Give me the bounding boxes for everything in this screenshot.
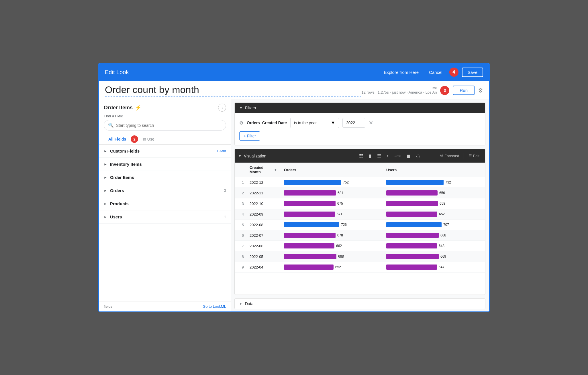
- td-month: 2022-05: [246, 251, 281, 262]
- field-group-users-header[interactable]: ► Users 1: [99, 210, 231, 223]
- divider: [435, 153, 435, 159]
- group-name: Products: [110, 201, 226, 206]
- viz-bar-icon[interactable]: ▮: [366, 152, 374, 160]
- filter-label-bold: Created Date: [262, 121, 287, 125]
- field-groups: ► Custom Fields + Add ► Inventory Items …: [99, 145, 231, 301]
- filters-collapse-icon[interactable]: ▼: [239, 106, 243, 110]
- meta-text: 12 rows · 1.275s · just now · America - …: [361, 90, 437, 94]
- users-count: 1: [224, 215, 226, 219]
- field-group-custom-fields: ► Custom Fields + Add: [99, 145, 231, 158]
- expand-icon: ►: [104, 149, 107, 153]
- field-group-custom-fields-header[interactable]: ► Custom Fields + Add: [99, 145, 231, 157]
- viz-scatter-icon[interactable]: ⦁: [385, 152, 391, 160]
- data-table: Created Month ▼ Orders Users 1: [235, 163, 485, 295]
- footer-fields-text: fields: [104, 304, 112, 309]
- td-row-num: 9: [235, 262, 246, 272]
- field-group-order-items-header[interactable]: ► Order Items: [99, 171, 231, 184]
- add-filter-button[interactable]: + Filter: [239, 131, 260, 141]
- save-button[interactable]: Save: [462, 68, 483, 77]
- filter-condition-dropdown[interactable]: is in the year ▼: [290, 118, 339, 128]
- group-name: Order Items: [110, 175, 226, 180]
- tab-in-use[interactable]: In Use: [138, 134, 159, 144]
- collapse-sidebar-button[interactable]: ‹: [218, 104, 226, 112]
- add-custom-field-link[interactable]: + Add: [216, 149, 226, 153]
- group-name: Custom Fields: [110, 149, 213, 153]
- viz-line-icon[interactable]: ⟿: [392, 152, 403, 160]
- td-users: 707: [383, 220, 485, 230]
- go-to-lookml-link[interactable]: Go to LookML: [203, 304, 226, 309]
- meta-info: Time 12 rows · 1.275s · just now · Ameri…: [361, 86, 437, 95]
- cancel-button[interactable]: Cancel: [426, 68, 446, 76]
- search-input[interactable]: [116, 123, 222, 128]
- field-group-order-items: ► Order Items: [99, 171, 231, 184]
- lightning-icon: ⚡: [135, 104, 141, 111]
- look-title: Order count by month: [105, 84, 361, 96]
- right-panel-inner: ▼ Filters ⚙ Orders Created Date is in th…: [231, 99, 489, 311]
- filter-clear-button[interactable]: ✕: [369, 120, 373, 126]
- edit-visualization-button[interactable]: ☰ Edit: [466, 154, 482, 158]
- td-month: 2022-09: [246, 209, 281, 219]
- td-row-num: 2: [235, 188, 246, 198]
- table-row: 5 2022-08 726 707: [235, 220, 485, 230]
- th-created-month[interactable]: Created Month ▼: [246, 163, 281, 177]
- viz-table-icon[interactable]: ☷: [357, 152, 365, 160]
- filter-settings-icon[interactable]: ⚙: [239, 120, 243, 126]
- visualization-section: ▼ Visualization ☷ ▮ ☰ ⦁ ⟿ ◼ ◌ ⋯: [234, 149, 485, 295]
- filters-body: ⚙ Orders Created Date is in the year ▼ ✕: [235, 113, 485, 145]
- td-users: 656: [383, 188, 485, 198]
- field-group-users: ► Users 1: [99, 210, 231, 224]
- table-row: 1 2022-12 752 732: [235, 177, 485, 188]
- data-section[interactable]: ► Data: [234, 298, 485, 309]
- divider2: [464, 153, 464, 159]
- sub-header: Order count by month Time 12 rows · 1.27…: [99, 81, 489, 99]
- tab-all-fields[interactable]: All Fields: [104, 134, 131, 144]
- sidebar-header: Order Items ⚡ ‹: [99, 99, 231, 114]
- td-row-num: 8: [235, 251, 246, 262]
- field-group-products-header[interactable]: ► Products: [99, 197, 231, 210]
- viz-clock-icon[interactable]: ◌: [414, 152, 422, 160]
- viz-collapse-icon[interactable]: ▼: [238, 154, 242, 158]
- td-row-num: 4: [235, 209, 246, 219]
- th-row-num: [235, 163, 246, 177]
- add-filter-row: + Filter: [239, 131, 481, 141]
- td-orders: 726: [281, 220, 383, 230]
- td-users: 658: [383, 198, 485, 209]
- run-button[interactable]: Run: [453, 86, 475, 95]
- filter-value-input[interactable]: [342, 118, 365, 128]
- group-name: Users: [110, 214, 221, 219]
- group-name: Inventory Items: [110, 162, 226, 167]
- viz-list-icon[interactable]: ☰: [375, 152, 383, 160]
- th-users[interactable]: Users: [383, 163, 485, 177]
- td-orders: 678: [281, 230, 383, 240]
- time-label: Time: [361, 86, 437, 90]
- field-group-orders: ► Orders 3: [99, 184, 231, 197]
- sidebar: Order Items ⚡ ‹ Find a Field 🔍 All Field…: [99, 99, 231, 311]
- app-frame: Edit Look Explore from Here Cancel 4 Sav…: [98, 63, 490, 312]
- td-users: 652: [383, 209, 485, 219]
- forecast-icon: ⚒: [440, 154, 443, 158]
- th-orders[interactable]: Orders: [281, 163, 383, 177]
- forecast-button[interactable]: ⚒ Forecast: [438, 154, 461, 158]
- field-group-inventory-items-header[interactable]: ► Inventory Items: [99, 158, 231, 171]
- viz-more-icon[interactable]: ⋯: [424, 152, 433, 160]
- table-row: 3 2022-10 675 658: [235, 198, 485, 209]
- main-content: Order Items ⚡ ‹ Find a Field 🔍 All Field…: [99, 99, 489, 311]
- td-orders: 752: [281, 177, 383, 187]
- expand-icon: ►: [104, 202, 107, 206]
- explore-from-here-button[interactable]: Explore from Here: [380, 68, 422, 76]
- field-group-inventory-items: ► Inventory Items: [99, 158, 231, 171]
- search-box: 🔍: [104, 120, 226, 131]
- td-row-num: 7: [235, 241, 246, 251]
- settings-icon[interactable]: ⚙: [478, 87, 483, 94]
- viz-area-icon[interactable]: ◼: [404, 152, 413, 160]
- data-section-title: Data: [245, 301, 254, 306]
- td-orders: 652: [281, 262, 383, 272]
- field-group-orders-header[interactable]: ► Orders 3: [99, 184, 231, 197]
- td-row-num: 3: [235, 198, 246, 209]
- viz-header: ▼ Visualization ☷ ▮ ☰ ⦁ ⟿ ◼ ◌ ⋯: [235, 149, 485, 163]
- field-tabs: All Fields 2 In Use: [99, 134, 231, 145]
- right-panel: ▼ Filters ⚙ Orders Created Date is in th…: [231, 99, 489, 311]
- viz-type-icons: ☷ ▮ ☰ ⦁ ⟿ ◼ ◌ ⋯ ⚒ Forecast: [357, 152, 482, 160]
- sub-header-right: Time 12 rows · 1.275s · just now · Ameri…: [361, 86, 483, 95]
- table-row: 4 2022-09 671 652: [235, 209, 485, 220]
